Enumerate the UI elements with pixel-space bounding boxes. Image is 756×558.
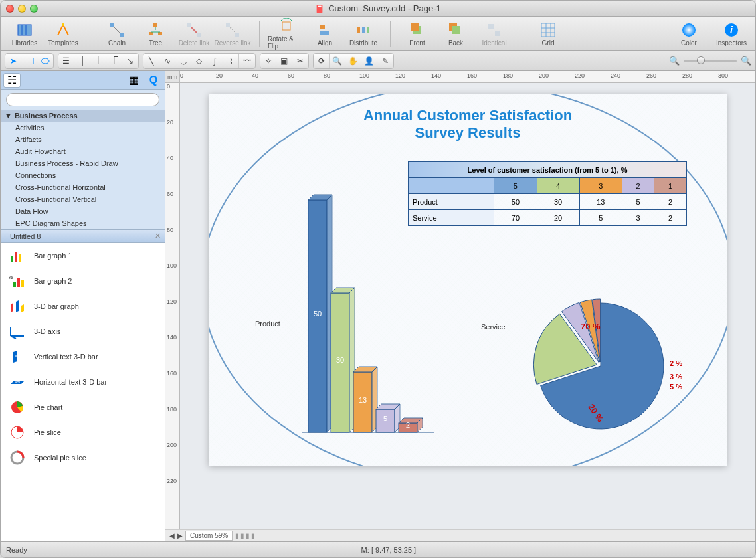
shape-item[interactable]: Bar graph 1 (1, 243, 165, 268)
reverse-link-button[interactable]: Reverse link (214, 21, 251, 46)
svg-text:50: 50 (314, 310, 322, 318)
curve-tool[interactable]: ∿ (159, 54, 175, 68)
zoom-tool[interactable]: 🔍 (330, 54, 345, 68)
svg-line-16 (191, 27, 197, 33)
tree-item[interactable]: Audit Flowchart (1, 145, 165, 157)
zoom-select[interactable]: Custom 59% (185, 531, 233, 541)
refresh-tool[interactable]: ⟳ (314, 54, 330, 68)
zoom-slider[interactable]: 🔍 🔍 (669, 56, 751, 66)
svg-rect-42 (11, 256, 13, 262)
svg-text:30: 30 (336, 356, 344, 364)
selected-library[interactable]: Untitled 8✕ (1, 229, 165, 243)
page-next-button[interactable]: ▶ (177, 532, 183, 539)
zoom-in-icon[interactable]: 🔍 (741, 56, 751, 66)
shape-item[interactable]: 3-D axis (1, 319, 165, 344)
svg-text:ABC: ABC (15, 380, 22, 384)
svg-rect-40 (25, 58, 34, 64)
page-prev-button[interactable]: ◀ (169, 532, 175, 539)
delete-link-button[interactable]: Delete link (175, 21, 213, 46)
status-coords: M: [ 9.47, 53.25 ] (38, 546, 739, 554)
ellipse-tool[interactable] (37, 54, 53, 68)
tree-button[interactable]: Tree (137, 21, 174, 46)
edit-points-tool[interactable]: ✧ (260, 54, 276, 68)
library-tab[interactable]: ☵ (3, 73, 21, 88)
tree-root[interactable]: ▼ Business Process (1, 110, 165, 122)
canvas-area: mm 0204060801001201401601802002202402602… (165, 71, 755, 541)
bottom-scroll-bar: ◀ ▶ Custom 59% ▮▮▮▮ (165, 529, 755, 541)
stamp-tool[interactable]: 👤 (361, 54, 377, 68)
tree-item[interactable]: Activities (1, 122, 165, 134)
svg-rect-21 (320, 25, 325, 29)
freehand-tool[interactable]: 〰 (239, 54, 255, 68)
connector2-tool[interactable]: ⎿ (90, 54, 106, 68)
svg-rect-11 (158, 32, 162, 35)
inspectors-button[interactable]: iInspectors (713, 21, 750, 46)
main-toolbar: Libraries Templates Chain Tree Delete li… (1, 17, 755, 51)
back-button[interactable]: Back (437, 21, 474, 46)
chain-button[interactable]: Chain (98, 21, 136, 46)
svg-rect-31 (495, 31, 500, 36)
grid-button[interactable]: Grid (529, 21, 567, 46)
shape-item[interactable]: AVertical text 3-D bar (1, 344, 165, 369)
line-tool[interactable]: ╲ (143, 54, 159, 68)
tree-item[interactable]: Connections (1, 169, 165, 181)
svg-rect-7 (120, 33, 124, 37)
shape-item[interactable]: Pie slice (1, 420, 165, 445)
rotate-flip-button[interactable]: Rotate & Flip (268, 17, 305, 50)
eyedropper-tool[interactable]: ✎ (377, 54, 393, 68)
tree-item[interactable]: Data Flow (1, 205, 165, 217)
identical-button[interactable]: Identical (476, 21, 513, 46)
thumbnail-tab[interactable]: ▦ (125, 73, 142, 88)
svg-rect-32 (541, 23, 555, 37)
color-button[interactable]: Color (670, 21, 708, 46)
crop-tool[interactable]: ▣ (276, 54, 292, 68)
tree-item[interactable]: Artifacts (1, 134, 165, 145)
shape-item[interactable]: ABCHorizontal text 3-D bar (1, 369, 165, 395)
tree-item[interactable]: Cross-Functional Horizontal (1, 181, 165, 193)
libraries-button[interactable]: Libraries (6, 21, 43, 46)
shape-item[interactable]: Pie chart (1, 395, 165, 420)
bezier-tool[interactable]: ⌇ (223, 54, 239, 68)
close-icon[interactable]: ✕ (155, 232, 161, 240)
svg-line-8 (114, 27, 120, 33)
hand-tool[interactable]: ✋ (345, 54, 361, 68)
zoom-out-icon[interactable]: 🔍 (669, 56, 680, 66)
tree-item[interactable]: Cross-Functional Vertical (1, 193, 165, 205)
pointer-tool[interactable]: ➤ (5, 54, 21, 68)
close-window-button[interactable] (6, 5, 14, 13)
canvas-scroll[interactable]: Annual Customer SatisfactionSurvey Resul… (180, 83, 755, 529)
svg-rect-27 (411, 23, 419, 31)
connector3-tool[interactable]: ⎾ (106, 54, 122, 68)
svg-rect-47 (17, 278, 20, 287)
shape-item[interactable]: 3-D bar graph (1, 294, 165, 319)
minimize-window-button[interactable] (18, 5, 26, 13)
shape-item[interactable]: %Bar graph 2 (1, 268, 165, 294)
page[interactable]: Annual Customer SatisfactionSurvey Resul… (209, 94, 727, 466)
rect-tool[interactable] (21, 54, 37, 68)
svg-rect-1 (318, 5, 322, 7)
svg-rect-48 (21, 280, 24, 287)
poly-tool[interactable]: ◇ (191, 54, 207, 68)
svg-rect-0 (317, 4, 323, 12)
svg-rect-22 (320, 31, 329, 35)
tree-item[interactable]: EPC Diagram Shapes (1, 217, 165, 229)
svg-rect-44 (19, 254, 21, 262)
text-tool[interactable]: ☰ (58, 54, 74, 68)
status-left: Ready (6, 546, 27, 554)
spline-tool[interactable]: ∫ (207, 54, 223, 68)
align-button[interactable]: Align (306, 17, 343, 50)
shape-item[interactable]: Special pie slice (1, 445, 165, 470)
templates-button[interactable]: Templates (45, 21, 82, 46)
tree-item[interactable]: Business Process - Rapid Draw (1, 157, 165, 169)
search-tab[interactable]: Q (145, 73, 162, 88)
svg-rect-46 (13, 282, 16, 287)
connector1-tool[interactable]: ⎮ (74, 54, 90, 68)
arc-tool[interactable]: ◡ (175, 54, 191, 68)
svg-rect-30 (488, 24, 494, 29)
library-search-input[interactable] (6, 93, 159, 106)
front-button[interactable]: Front (399, 21, 436, 46)
distribute-button[interactable]: Distribute (345, 17, 382, 50)
connector4-tool[interactable]: ↘ (122, 54, 138, 68)
scissors-tool[interactable]: ✂ (292, 54, 308, 68)
zoom-window-button[interactable] (30, 5, 38, 13)
